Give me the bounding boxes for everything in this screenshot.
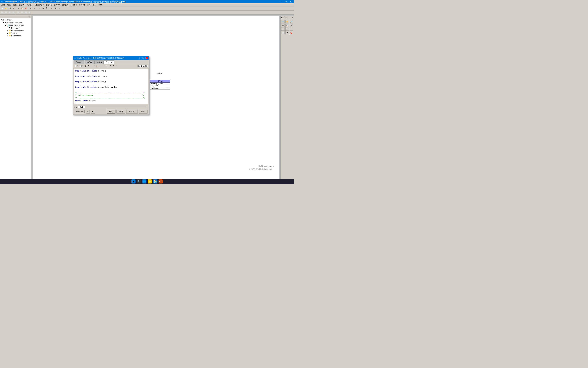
sql-nav-right[interactable]: ▶ xyxy=(76,106,77,108)
dtool-copy[interactable]: 📋 xyxy=(95,64,99,67)
palette-btn-10[interactable]: ⬜ xyxy=(281,31,285,34)
apply-button[interactable]: 应用(A) xyxy=(126,110,138,113)
sql-nav-left[interactable]: ◀ xyxy=(74,106,75,108)
dtool-cut[interactable]: ✂ xyxy=(92,64,95,67)
taskbar-folder[interactable]: 📁 xyxy=(148,179,152,184)
expand-diagram[interactable] xyxy=(6,27,9,29)
help-button[interactable]: 帮助 xyxy=(139,110,148,113)
expand-workspace[interactable]: ▼ xyxy=(0,19,2,21)
tool-b5[interactable]: ⬜ xyxy=(17,11,20,14)
menu-file[interactable]: 文件 xyxy=(0,3,6,6)
tool-generate[interactable]: ⚙ xyxy=(41,7,45,10)
taskbar-edge[interactable]: 🌐 xyxy=(142,179,146,184)
tree-item-diagram[interactable]: 🖼 Diagram_1 xyxy=(0,27,31,29)
dtool-redo[interactable]: ↪ xyxy=(104,64,107,67)
tool-open[interactable]: 📂 xyxy=(4,7,8,10)
dtool-3[interactable]: 🖨 xyxy=(84,64,87,67)
tool-check[interactable]: ✓ xyxy=(38,7,41,10)
tool-paste[interactable]: 📌 xyxy=(24,7,28,10)
dtool-a[interactable]: A xyxy=(109,64,112,67)
expand-rules[interactable]: ▶ xyxy=(6,30,9,31)
canvas-white[interactable]: 还书人 varchar(10) Pk? varchar(20) varchar(… xyxy=(33,16,279,184)
tool-new[interactable]: 📄 xyxy=(0,7,4,10)
modal-title-controls[interactable]: ─ □ ✕ xyxy=(139,57,148,59)
menu-database[interactable]: 数据库(D) xyxy=(34,3,45,6)
taskbar-store[interactable]: 🏪 xyxy=(153,179,157,184)
palette-btn-1[interactable]: 🔍 xyxy=(281,20,285,23)
tab-mysql[interactable]: MySQL xyxy=(85,61,95,64)
confirm-button[interactable]: 确定 xyxy=(107,110,115,113)
tool-undo[interactable]: ↩ xyxy=(29,7,32,10)
menu-tools2[interactable]: 工具 xyxy=(86,3,92,6)
tree-item-lib2[interactable]: ▼ 📊 图书借阅管理系统 xyxy=(0,24,31,27)
tool-b7[interactable]: ⬜ xyxy=(24,11,28,14)
menu-help[interactable]: 帮助 xyxy=(97,3,103,6)
menu-view[interactable]: 视图 xyxy=(12,3,18,6)
tool-arrow[interactable]: → xyxy=(50,7,53,10)
tree-item-lib1[interactable]: ▼ 🏛 图书借阅管理系统 xyxy=(0,21,31,24)
menu-window[interactable]: 窗口 xyxy=(92,3,97,6)
expand-tables[interactable]: ▶ xyxy=(6,32,9,34)
dtool-2[interactable]: 💾▼ xyxy=(79,64,84,67)
restore-button[interactable]: □ xyxy=(284,0,288,3)
dtool-c[interactable]: C xyxy=(115,64,117,67)
palette-btn-9[interactable]: ⌒ xyxy=(290,27,293,31)
tool-b3[interactable]: ⬜ xyxy=(8,11,11,14)
tree-item-rules[interactable]: ▶ 📁 Business Rules xyxy=(0,29,31,32)
minimize-button[interactable]: ─ xyxy=(279,0,284,3)
tool-print[interactable]: 🖨 xyxy=(12,7,15,10)
palette-btn-4[interactable]: ✂ xyxy=(281,24,285,27)
more-button[interactable]: More >> xyxy=(75,110,85,113)
close-button[interactable]: ✕ xyxy=(289,0,293,3)
footer-icon-dropdown[interactable]: ▼ xyxy=(91,110,95,113)
tool-save[interactable]: 💾 xyxy=(8,7,11,10)
tab-general[interactable]: General xyxy=(74,61,84,64)
taskbar-powerdesigner[interactable]: PD xyxy=(159,179,163,184)
tab-preview[interactable]: Preview xyxy=(104,61,114,64)
menu-check[interactable]: 查看(V) xyxy=(61,3,69,6)
palette-toggle[interactable]: × xyxy=(292,17,293,19)
modal-restore[interactable]: □ xyxy=(142,57,145,59)
tool-cut[interactable]: ✂ xyxy=(17,7,20,10)
tool-b6[interactable]: ⬜ xyxy=(20,11,24,14)
palette-btn-8[interactable]: 〜 xyxy=(285,27,289,31)
tool-b2[interactable]: ⬜ xyxy=(4,11,8,14)
palette-btn-6[interactable]: 🗑 xyxy=(290,24,293,27)
taskbar-start[interactable]: ⊞ xyxy=(131,179,135,184)
tool-zoomin[interactable]: + xyxy=(57,7,61,10)
tab-notes[interactable]: Notes xyxy=(95,61,104,64)
palette-btn-5[interactable]: 📋 xyxy=(285,24,289,27)
tool-b4[interactable]: ⬜ xyxy=(12,11,15,14)
menu-model[interactable]: 模型(M) xyxy=(18,3,26,6)
menu-edit[interactable]: 编辑 xyxy=(6,3,12,6)
dtool-4[interactable]: ⚙ xyxy=(87,64,90,67)
menu-symbol[interactable]: 符号(S) xyxy=(26,3,35,6)
palette-btn-2[interactable]: ✋ xyxy=(285,20,289,23)
expand-lib1[interactable]: ▼ xyxy=(2,22,4,24)
modal-minimize[interactable]: ─ xyxy=(139,57,142,59)
tree-item-tables[interactable]: ▶ 📁 Tables xyxy=(0,32,31,34)
footer-icon-1[interactable]: 🖼 xyxy=(86,110,90,113)
palette-btn-3[interactable]: 🔎 xyxy=(290,20,293,23)
dtool-1[interactable]: 📄▼ xyxy=(74,64,79,67)
sql-tab-sql[interactable]: SQL xyxy=(78,106,85,108)
taskbar-search[interactable]: 🔍 xyxy=(137,179,141,184)
tree-item-workspace[interactable]: ▼ 🗂 工作空间 xyxy=(0,18,31,21)
tree-item-refs[interactable]: ▶ 📁 References xyxy=(0,34,31,37)
dtool-b[interactable]: B xyxy=(112,64,114,67)
menu-tools[interactable]: 工具(T) xyxy=(78,3,86,6)
tool-copy[interactable]: 📋 xyxy=(20,7,24,10)
palette-btn-12[interactable]: ⭕ xyxy=(290,31,293,34)
menu-file2[interactable]: 文件(F) xyxy=(69,3,78,6)
tool-redo[interactable]: ↪ xyxy=(33,7,36,10)
palette-btn-7[interactable]: — xyxy=(281,27,285,31)
cancel-button[interactable]: 取消 xyxy=(116,110,125,113)
tool-db[interactable]: 🗄 xyxy=(45,7,48,10)
expand-refs[interactable]: ▶ xyxy=(6,35,9,37)
sql-editor[interactable]: drop table if exists Borrow; drop table … xyxy=(74,69,148,104)
modal-close[interactable]: ✕ xyxy=(145,57,148,59)
entity-borrower[interactable]: 还书人 varchar(10) Pk? varchar(20) varchar(… xyxy=(150,80,171,90)
tool-b1[interactable]: ⬜ xyxy=(0,11,4,14)
menu-repo[interactable]: 合库(R) xyxy=(53,3,61,6)
dtool-undo[interactable]: ↩ xyxy=(101,64,104,67)
